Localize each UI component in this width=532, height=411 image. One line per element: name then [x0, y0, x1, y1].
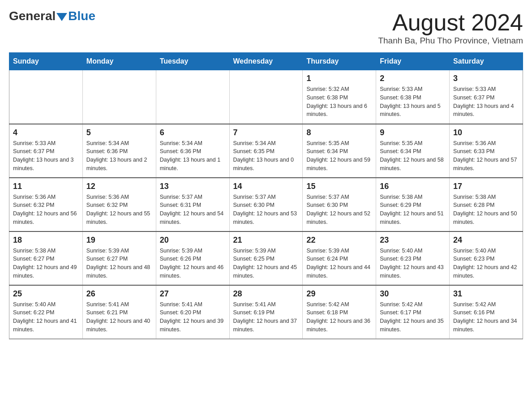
- day-cell-w1-d6: 2Sunrise: 5:33 AMSunset: 6:38 PMDaylight…: [376, 70, 450, 124]
- day-cell-w3-d3: 13Sunrise: 5:37 AMSunset: 6:31 PMDayligh…: [156, 178, 229, 231]
- day-info: Sunrise: 5:33 AMSunset: 6:37 PMDaylight:…: [13, 139, 79, 173]
- day-cell-w3-d1: 11Sunrise: 5:36 AMSunset: 6:32 PMDayligh…: [9, 178, 83, 231]
- day-cell-w2-d7: 10Sunrise: 5:36 AMSunset: 6:33 PMDayligh…: [450, 124, 523, 178]
- day-info: Sunrise: 5:39 AMSunset: 6:27 PMDaylight:…: [86, 247, 152, 280]
- day-info: Sunrise: 5:33 AMSunset: 6:37 PMDaylight:…: [453, 85, 519, 119]
- day-cell-w1-d1: [9, 70, 83, 124]
- day-cell-w5-d6: 30Sunrise: 5:42 AMSunset: 6:17 PMDayligh…: [376, 285, 450, 339]
- day-number: 23: [380, 235, 446, 245]
- day-cell-w1-d2: [82, 70, 156, 124]
- day-cell-w1-d5: 1Sunrise: 5:32 AMSunset: 6:38 PMDaylight…: [303, 70, 376, 124]
- calendar-table: Sunday Monday Tuesday Wednesday Thursday…: [9, 52, 523, 339]
- day-cell-w2-d1: 4Sunrise: 5:33 AMSunset: 6:37 PMDaylight…: [9, 124, 83, 178]
- day-cell-w2-d4: 7Sunrise: 5:34 AMSunset: 6:35 PMDaylight…: [229, 124, 303, 178]
- logo-triangle: [56, 13, 67, 21]
- day-info: Sunrise: 5:41 AMSunset: 6:21 PMDaylight:…: [86, 300, 152, 334]
- day-cell-w3-d5: 15Sunrise: 5:37 AMSunset: 6:30 PMDayligh…: [303, 178, 376, 231]
- day-info: Sunrise: 5:34 AMSunset: 6:36 PMDaylight:…: [86, 139, 152, 173]
- col-sunday: Sunday: [9, 53, 83, 70]
- day-cell-w3-d6: 16Sunrise: 5:38 AMSunset: 6:29 PMDayligh…: [376, 178, 450, 231]
- day-info: Sunrise: 5:38 AMSunset: 6:29 PMDaylight:…: [380, 193, 446, 227]
- day-info: Sunrise: 5:36 AMSunset: 6:32 PMDaylight:…: [13, 193, 79, 227]
- title-right: August 2024 Thanh Ba, Phu Tho Province, …: [378, 9, 523, 46]
- day-cell-w2-d6: 9Sunrise: 5:35 AMSunset: 6:34 PMDaylight…: [376, 124, 450, 178]
- day-cell-w5-d7: 31Sunrise: 5:42 AMSunset: 6:16 PMDayligh…: [450, 285, 523, 339]
- day-cell-w4-d5: 22Sunrise: 5:39 AMSunset: 6:24 PMDayligh…: [303, 231, 376, 285]
- logo-block: General Blue: [9, 9, 95, 23]
- day-cell-w1-d4: [229, 70, 303, 124]
- day-cell-w4-d4: 21Sunrise: 5:39 AMSunset: 6:25 PMDayligh…: [229, 231, 303, 285]
- day-number: 16: [380, 182, 446, 191]
- day-number: 5: [86, 128, 152, 137]
- day-info: Sunrise: 5:37 AMSunset: 6:31 PMDaylight:…: [160, 193, 226, 227]
- day-number: 31: [453, 289, 519, 299]
- day-info: Sunrise: 5:34 AMSunset: 6:35 PMDaylight:…: [233, 139, 299, 173]
- day-number: 6: [160, 128, 226, 137]
- day-number: 30: [380, 289, 446, 299]
- day-number: 7: [233, 128, 299, 137]
- day-info: Sunrise: 5:42 AMSunset: 6:17 PMDaylight:…: [380, 300, 446, 334]
- day-cell-w5-d5: 29Sunrise: 5:42 AMSunset: 6:18 PMDayligh…: [303, 285, 376, 339]
- day-number: 9: [380, 128, 446, 137]
- day-info: Sunrise: 5:40 AMSunset: 6:23 PMDaylight:…: [380, 247, 446, 280]
- day-cell-w5-d2: 26Sunrise: 5:41 AMSunset: 6:21 PMDayligh…: [82, 285, 156, 339]
- day-cell-w3-d7: 17Sunrise: 5:38 AMSunset: 6:28 PMDayligh…: [450, 178, 523, 231]
- day-info: Sunrise: 5:41 AMSunset: 6:19 PMDaylight:…: [233, 300, 299, 334]
- day-info: Sunrise: 5:36 AMSunset: 6:33 PMDaylight:…: [453, 139, 519, 173]
- day-number: 1: [306, 74, 372, 83]
- day-cell-w1-d3: [156, 70, 229, 124]
- day-info: Sunrise: 5:37 AMSunset: 6:30 PMDaylight:…: [306, 193, 372, 227]
- day-number: 26: [86, 289, 152, 299]
- calendar-body: 1Sunrise: 5:32 AMSunset: 6:38 PMDaylight…: [9, 70, 523, 339]
- day-number: 29: [306, 289, 372, 299]
- day-number: 11: [13, 182, 79, 191]
- day-cell-w2-d2: 5Sunrise: 5:34 AMSunset: 6:36 PMDaylight…: [82, 124, 156, 178]
- day-number: 14: [233, 182, 299, 191]
- calendar-header: Sunday Monday Tuesday Wednesday Thursday…: [9, 53, 523, 70]
- day-info: Sunrise: 5:38 AMSunset: 6:27 PMDaylight:…: [13, 247, 79, 280]
- day-number: 24: [453, 235, 519, 245]
- day-number: 3: [453, 74, 519, 83]
- col-thursday: Thursday: [303, 53, 376, 70]
- day-number: 8: [306, 128, 372, 137]
- day-cell-w3-d2: 12Sunrise: 5:36 AMSunset: 6:32 PMDayligh…: [82, 178, 156, 231]
- week-row-1: 1Sunrise: 5:32 AMSunset: 6:38 PMDaylight…: [9, 70, 523, 124]
- day-cell-w5-d3: 27Sunrise: 5:41 AMSunset: 6:20 PMDayligh…: [156, 285, 229, 339]
- day-number: 25: [13, 289, 79, 299]
- day-number: 22: [306, 235, 372, 245]
- day-number: 28: [233, 289, 299, 299]
- day-info: Sunrise: 5:42 AMSunset: 6:18 PMDaylight:…: [306, 300, 372, 334]
- main-header: General Blue August 2024 Thanh Ba, Phu T…: [9, 9, 523, 46]
- day-number: 15: [306, 182, 372, 191]
- day-cell-w4-d2: 19Sunrise: 5:39 AMSunset: 6:27 PMDayligh…: [82, 231, 156, 285]
- day-cell-w2-d3: 6Sunrise: 5:34 AMSunset: 6:36 PMDaylight…: [156, 124, 229, 178]
- day-info: Sunrise: 5:38 AMSunset: 6:28 PMDaylight:…: [453, 193, 519, 227]
- week-row-3: 11Sunrise: 5:36 AMSunset: 6:32 PMDayligh…: [9, 178, 523, 231]
- week-row-4: 18Sunrise: 5:38 AMSunset: 6:27 PMDayligh…: [9, 231, 523, 285]
- week-row-2: 4Sunrise: 5:33 AMSunset: 6:37 PMDaylight…: [9, 124, 523, 178]
- day-number: 19: [86, 235, 152, 245]
- day-info: Sunrise: 5:35 AMSunset: 6:34 PMDaylight:…: [380, 139, 446, 173]
- day-number: 21: [233, 235, 299, 245]
- col-friday: Friday: [376, 53, 450, 70]
- day-cell-w5-d4: 28Sunrise: 5:41 AMSunset: 6:19 PMDayligh…: [229, 285, 303, 339]
- day-number: 2: [380, 74, 446, 83]
- col-monday: Monday: [82, 53, 156, 70]
- day-info: Sunrise: 5:42 AMSunset: 6:16 PMDaylight:…: [453, 300, 519, 334]
- day-info: Sunrise: 5:40 AMSunset: 6:22 PMDaylight:…: [13, 300, 79, 334]
- day-info: Sunrise: 5:34 AMSunset: 6:36 PMDaylight:…: [160, 139, 226, 173]
- day-number: 4: [13, 128, 79, 137]
- day-info: Sunrise: 5:33 AMSunset: 6:38 PMDaylight:…: [380, 85, 446, 119]
- day-number: 20: [160, 235, 226, 245]
- day-number: 10: [453, 128, 519, 137]
- col-saturday: Saturday: [450, 53, 523, 70]
- day-cell-w1-d7: 3Sunrise: 5:33 AMSunset: 6:37 PMDaylight…: [450, 70, 523, 124]
- logo-blue: Blue: [68, 9, 95, 23]
- col-tuesday: Tuesday: [156, 53, 229, 70]
- header-row: Sunday Monday Tuesday Wednesday Thursday…: [9, 53, 523, 70]
- day-number: 13: [160, 182, 226, 191]
- day-cell-w2-d5: 8Sunrise: 5:35 AMSunset: 6:34 PMDaylight…: [303, 124, 376, 178]
- day-cell-w3-d4: 14Sunrise: 5:37 AMSunset: 6:30 PMDayligh…: [229, 178, 303, 231]
- day-cell-w4-d1: 18Sunrise: 5:38 AMSunset: 6:27 PMDayligh…: [9, 231, 83, 285]
- page-title: August 2024: [378, 9, 523, 36]
